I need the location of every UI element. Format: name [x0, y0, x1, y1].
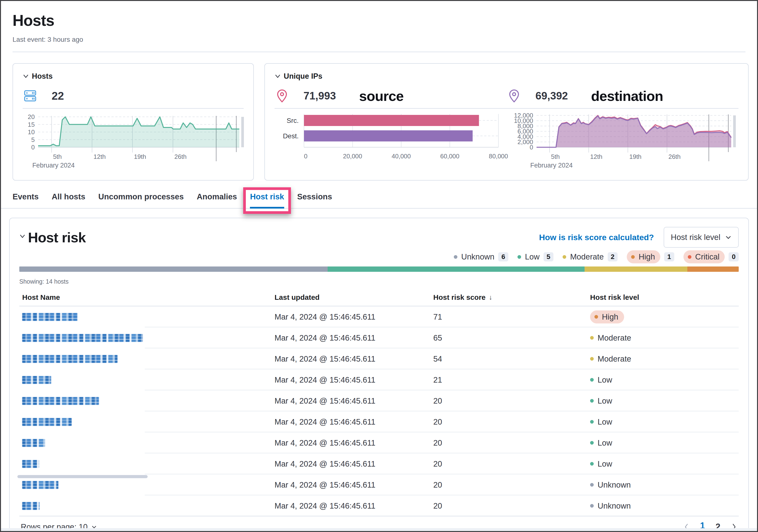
host-name-cell[interactable] [19, 376, 272, 384]
host-risk-panel: Host risk How is risk score calculated? … [9, 218, 749, 532]
host-name-cell[interactable] [19, 502, 272, 510]
kpi-panels-row: Hosts 22 051015205th12th19th26thFebruary… [1, 52, 757, 181]
legend-pill: High [627, 250, 660, 263]
masked-host-name-link[interactable] [22, 481, 58, 489]
masked-host-name-link[interactable] [22, 355, 118, 363]
collapse-chevron-icon[interactable] [19, 233, 25, 239]
svg-text:20: 20 [28, 113, 35, 121]
destination-ips-count: 69,392 [535, 90, 568, 102]
legend-label: High [638, 252, 655, 262]
legend-count-badge: 5 [543, 252, 554, 262]
masked-host-name-link[interactable] [22, 334, 143, 342]
host-risk-level-cell: Low [587, 438, 739, 447]
distribution-segment-low [327, 266, 585, 272]
svg-text:19th: 19th [629, 153, 641, 160]
risk-level-label: Moderate [598, 333, 631, 342]
tab-anomalies[interactable]: Anomalies [197, 192, 237, 208]
collapse-chevron-icon[interactable] [275, 73, 281, 79]
host-name-cell[interactable] [19, 397, 272, 405]
risk-distribution-bar [19, 266, 739, 272]
map-pin-source-icon [275, 89, 290, 103]
table-row: Mar 4, 2024 @ 15:46:45.61120Low [19, 432, 739, 453]
legend-label: Moderate [570, 252, 603, 262]
column-header-host-name[interactable]: Host Name [19, 293, 272, 301]
column-header-last-updated[interactable]: Last updated [272, 293, 431, 301]
column-header-host-risk-level[interactable]: Host risk level [587, 293, 739, 301]
risk-level-dot-icon [590, 357, 594, 361]
table-row: Mar 4, 2024 @ 15:46:45.61154Moderate [19, 348, 739, 369]
masked-host-name-link[interactable] [22, 376, 51, 384]
table-row: Mar 4, 2024 @ 15:46:45.61121Low [19, 369, 739, 390]
legend-item-high[interactable]: High1 [627, 250, 674, 263]
tab-all-hosts[interactable]: All hosts [52, 192, 85, 208]
host-risk-title: Host risk [28, 229, 86, 245]
legend-item-critical[interactable]: Critical0 [683, 250, 739, 263]
last-updated-cell: Mar 4, 2024 @ 15:46:45.611 [272, 354, 431, 364]
source-ips-stat: 71,993 source [275, 88, 507, 104]
legend-item-unknown[interactable]: Unknown6 [454, 252, 508, 262]
table-header-row: Host Name Last updated Host risk score ↓… [19, 291, 739, 306]
host-risk-level-cell: Moderate [587, 354, 739, 364]
svg-text:60,000: 60,000 [440, 153, 460, 160]
host-name-cell[interactable] [19, 460, 272, 468]
collapse-chevron-icon[interactable] [23, 73, 29, 79]
masked-host-name-link[interactable] [22, 502, 40, 510]
risk-level-label: Low [598, 396, 612, 406]
risk-score-help-link[interactable]: How is risk score calculated? [539, 233, 654, 242]
tab-label: Events [13, 192, 39, 201]
page-header: Hosts Last event: 3 hours ago [1, 1, 757, 52]
masked-host-name-link[interactable] [22, 397, 99, 405]
masked-host-name-link[interactable] [22, 439, 45, 447]
hosts-security-page: { "page": { "title": "Hosts", "last_even… [0, 0, 758, 532]
host-risk-level-cell: Low [587, 459, 739, 469]
source-label: source [359, 88, 404, 104]
last-updated-cell: Mar 4, 2024 @ 15:46:45.611 [272, 312, 431, 322]
host-name-cell[interactable] [19, 418, 272, 426]
host-risk-score-cell: 20 [431, 501, 587, 511]
masked-host-name-link[interactable] [22, 418, 72, 426]
risk-level-dot-icon [590, 504, 594, 508]
svg-text:5: 5 [31, 136, 35, 143]
risk-level-dot-icon [595, 315, 598, 319]
legend-pill: Critical [683, 250, 725, 263]
last-updated-cell: Mar 4, 2024 @ 15:46:45.611 [272, 375, 431, 384]
risk-level-label: Moderate [598, 354, 631, 364]
legend-item-moderate[interactable]: Moderate2 [563, 252, 618, 262]
last-updated-cell: Mar 4, 2024 @ 15:46:45.611 [272, 480, 431, 489]
ips-area-chart: 02,0004,0006,0008,00010,00012,0005th12th… [513, 111, 739, 172]
column-header-host-risk-score[interactable]: Host risk score ↓ [431, 293, 587, 301]
tab-sessions[interactable]: Sessions [297, 192, 332, 208]
source-ips-count: 71,993 [303, 90, 336, 102]
host-name-cell[interactable] [19, 481, 272, 489]
host-risk-level-filter-label: Host risk level [671, 233, 720, 242]
host-risk-level-cell: Unknown [587, 501, 739, 511]
distribution-segment-high [687, 266, 739, 272]
svg-text:12th: 12th [94, 153, 106, 160]
host-name-column-scrollbar[interactable] [17, 475, 148, 478]
svg-text:5th: 5th [53, 153, 62, 160]
risk-level-label: Unknown [598, 501, 631, 511]
host-risk-level-cell: Unknown [587, 480, 739, 489]
svg-text:0: 0 [31, 144, 35, 151]
tab-uncommon-processes[interactable]: Uncommon processes [98, 192, 184, 208]
masked-host-name-link[interactable] [22, 460, 39, 468]
hosts-area-chart: 051015205th12th19th26thFebruary 2024 [23, 111, 244, 172]
masked-host-name-link[interactable] [22, 313, 78, 321]
host-risk-level-cell: Low [587, 396, 739, 406]
host-name-cell[interactable] [19, 355, 272, 363]
legend-item-low[interactable]: Low5 [517, 252, 553, 262]
risk-level-dot-icon [590, 462, 594, 466]
tab-host-risk[interactable]: Host risk [250, 192, 284, 208]
last-updated-cell: Mar 4, 2024 @ 15:46:45.611 [272, 417, 431, 427]
host-name-cell[interactable] [19, 334, 272, 342]
host-risk-score-cell: 20 [431, 459, 587, 469]
tab-events[interactable]: Events [13, 192, 39, 208]
last-updated-cell: Mar 4, 2024 @ 15:46:45.611 [272, 438, 431, 447]
host-risk-level-filter-button[interactable]: Host risk level [664, 227, 739, 248]
host-name-cell[interactable] [19, 313, 272, 321]
chevron-down-icon [725, 234, 732, 240]
panel-divider [275, 108, 739, 109]
svg-text:Dest.: Dest. [283, 132, 299, 140]
last-updated-cell: Mar 4, 2024 @ 15:46:45.611 [272, 396, 431, 406]
host-name-cell[interactable] [19, 439, 272, 447]
